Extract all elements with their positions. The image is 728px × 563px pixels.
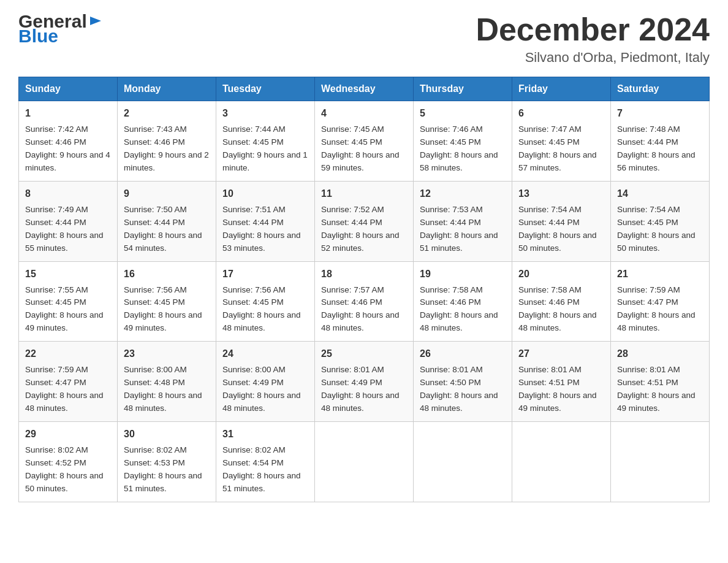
day-number: 7 [617, 106, 703, 121]
day-info: Sunrise: 7:58 AMSunset: 4:46 PMDaylight:… [518, 285, 597, 333]
day-number: 26 [420, 347, 506, 361]
day-info: Sunrise: 7:52 AMSunset: 4:44 PMDaylight:… [321, 205, 400, 253]
column-header-thursday: Thursday [414, 77, 512, 101]
day-info: Sunrise: 8:01 AMSunset: 4:51 PMDaylight:… [617, 365, 696, 413]
day-info: Sunrise: 7:48 AMSunset: 4:44 PMDaylight:… [617, 124, 696, 172]
day-info: Sunrise: 7:49 AMSunset: 4:44 PMDaylight:… [25, 205, 104, 253]
calendar-cell [414, 421, 512, 502]
page-title: December 2024 [476, 12, 710, 47]
day-info: Sunrise: 8:02 AMSunset: 4:53 PMDaylight:… [124, 445, 202, 493]
day-info: Sunrise: 7:44 AMSunset: 4:45 PMDaylight:… [222, 124, 308, 172]
title-area: December 2024 Silvano d'Orba, Piedmont, … [476, 12, 710, 66]
calendar-cell: 16Sunrise: 7:56 AMSunset: 4:45 PMDayligh… [118, 261, 216, 342]
day-info: Sunrise: 7:46 AMSunset: 4:45 PMDaylight:… [420, 124, 498, 172]
calendar-cell: 19Sunrise: 7:58 AMSunset: 4:46 PMDayligh… [414, 261, 512, 342]
day-info: Sunrise: 7:59 AMSunset: 4:47 PMDaylight:… [25, 365, 104, 413]
calendar-cell: 5Sunrise: 7:46 AMSunset: 4:45 PMDaylight… [414, 101, 512, 182]
day-number: 5 [420, 106, 506, 121]
day-info: Sunrise: 7:59 AMSunset: 4:47 PMDaylight:… [617, 285, 696, 333]
calendar-cell: 12Sunrise: 7:53 AMSunset: 4:44 PMDayligh… [414, 181, 512, 261]
calendar-cell: 17Sunrise: 7:56 AMSunset: 4:45 PMDayligh… [216, 261, 315, 342]
calendar-cell: 1Sunrise: 7:42 AMSunset: 4:46 PMDaylight… [19, 101, 118, 182]
day-number: 21 [617, 267, 703, 282]
day-info: Sunrise: 7:56 AMSunset: 4:45 PMDaylight:… [124, 285, 202, 333]
day-number: 31 [222, 427, 308, 442]
day-info: Sunrise: 8:00 AMSunset: 4:48 PMDaylight:… [124, 365, 202, 413]
page-subtitle: Silvano d'Orba, Piedmont, Italy [476, 50, 710, 66]
calendar-cell: 8Sunrise: 7:49 AMSunset: 4:44 PMDaylight… [19, 181, 118, 261]
day-info: Sunrise: 7:57 AMSunset: 4:46 PMDaylight:… [321, 285, 400, 333]
day-number: 19 [420, 267, 506, 282]
calendar-cell: 6Sunrise: 7:47 AMSunset: 4:45 PMDaylight… [512, 101, 611, 182]
column-header-saturday: Saturday [611, 77, 710, 101]
day-info: Sunrise: 7:54 AMSunset: 4:45 PMDaylight:… [617, 205, 696, 253]
calendar-cell: 10Sunrise: 7:51 AMSunset: 4:44 PMDayligh… [216, 181, 315, 261]
column-header-monday: Monday [118, 77, 216, 101]
calendar-cell: 13Sunrise: 7:54 AMSunset: 4:44 PMDayligh… [512, 181, 611, 261]
day-info: Sunrise: 7:50 AMSunset: 4:44 PMDaylight:… [124, 205, 202, 253]
day-info: Sunrise: 7:51 AMSunset: 4:44 PMDaylight:… [222, 205, 301, 253]
calendar-cell: 2Sunrise: 7:43 AMSunset: 4:46 PMDaylight… [118, 101, 216, 182]
calendar-cell: 15Sunrise: 7:55 AMSunset: 4:45 PMDayligh… [19, 261, 118, 342]
calendar-cell: 20Sunrise: 7:58 AMSunset: 4:46 PMDayligh… [512, 261, 611, 342]
calendar-week-row: 1Sunrise: 7:42 AMSunset: 4:46 PMDaylight… [19, 101, 710, 182]
calendar-cell: 24Sunrise: 8:00 AMSunset: 4:49 PMDayligh… [216, 342, 315, 422]
column-header-sunday: Sunday [19, 77, 118, 101]
day-number: 2 [124, 106, 210, 121]
calendar-cell: 27Sunrise: 8:01 AMSunset: 4:51 PMDayligh… [512, 342, 611, 422]
calendar-week-row: 29Sunrise: 8:02 AMSunset: 4:52 PMDayligh… [19, 421, 710, 502]
day-number: 29 [25, 427, 111, 442]
day-info: Sunrise: 8:00 AMSunset: 4:49 PMDaylight:… [222, 365, 301, 413]
day-number: 4 [321, 106, 407, 121]
day-number: 23 [124, 347, 210, 361]
calendar-cell: 28Sunrise: 8:01 AMSunset: 4:51 PMDayligh… [611, 342, 710, 422]
day-number: 12 [420, 186, 506, 201]
day-info: Sunrise: 7:53 AMSunset: 4:44 PMDaylight:… [420, 205, 498, 253]
calendar-cell: 29Sunrise: 8:02 AMSunset: 4:52 PMDayligh… [19, 421, 118, 502]
calendar-cell: 30Sunrise: 8:02 AMSunset: 4:53 PMDayligh… [118, 421, 216, 502]
calendar-cell: 14Sunrise: 7:54 AMSunset: 4:45 PMDayligh… [611, 181, 710, 261]
day-info: Sunrise: 7:55 AMSunset: 4:45 PMDaylight:… [25, 285, 104, 333]
logo-flag-icon [89, 14, 102, 29]
day-number: 22 [25, 347, 111, 361]
day-number: 6 [518, 106, 604, 121]
day-number: 24 [222, 347, 308, 361]
calendar-week-row: 22Sunrise: 7:59 AMSunset: 4:47 PMDayligh… [19, 342, 710, 422]
logo: General Blue [18, 12, 102, 45]
calendar-week-row: 8Sunrise: 7:49 AMSunset: 4:44 PMDaylight… [19, 181, 710, 261]
day-number: 13 [518, 186, 604, 201]
day-number: 9 [124, 186, 210, 201]
logo-blue-text: Blue [18, 27, 102, 45]
day-number: 10 [222, 186, 308, 201]
day-info: Sunrise: 7:45 AMSunset: 4:45 PMDaylight:… [321, 124, 400, 172]
day-info: Sunrise: 7:47 AMSunset: 4:45 PMDaylight:… [518, 124, 597, 172]
calendar-week-row: 15Sunrise: 7:55 AMSunset: 4:45 PMDayligh… [19, 261, 710, 342]
calendar-cell: 4Sunrise: 7:45 AMSunset: 4:45 PMDaylight… [315, 101, 414, 182]
calendar-cell: 7Sunrise: 7:48 AMSunset: 4:44 PMDaylight… [611, 101, 710, 182]
day-info: Sunrise: 7:54 AMSunset: 4:44 PMDaylight:… [518, 205, 597, 253]
day-info: Sunrise: 7:58 AMSunset: 4:46 PMDaylight:… [420, 285, 498, 333]
calendar-cell: 31Sunrise: 8:02 AMSunset: 4:54 PMDayligh… [216, 421, 315, 502]
day-number: 18 [321, 267, 407, 282]
day-info: Sunrise: 8:01 AMSunset: 4:51 PMDaylight:… [518, 365, 597, 413]
day-number: 27 [518, 347, 604, 361]
day-number: 15 [25, 267, 111, 282]
day-info: Sunrise: 8:02 AMSunset: 4:52 PMDaylight:… [25, 445, 104, 493]
day-number: 28 [617, 347, 703, 361]
calendar-cell: 9Sunrise: 7:50 AMSunset: 4:44 PMDaylight… [118, 181, 216, 261]
calendar-cell: 25Sunrise: 8:01 AMSunset: 4:49 PMDayligh… [315, 342, 414, 422]
day-number: 8 [25, 186, 111, 201]
day-number: 3 [222, 106, 308, 121]
day-info: Sunrise: 7:42 AMSunset: 4:46 PMDaylight:… [25, 124, 110, 172]
day-info: Sunrise: 8:02 AMSunset: 4:54 PMDaylight:… [222, 445, 301, 493]
calendar-cell: 21Sunrise: 7:59 AMSunset: 4:47 PMDayligh… [611, 261, 710, 342]
calendar-table: SundayMondayTuesdayWednesdayThursdayFrid… [18, 77, 710, 502]
calendar-cell: 11Sunrise: 7:52 AMSunset: 4:44 PMDayligh… [315, 181, 414, 261]
column-header-friday: Friday [512, 77, 611, 101]
svg-marker-0 [90, 17, 101, 25]
page-header: General Blue December 2024 Silvano d'Orb… [18, 12, 710, 66]
day-number: 14 [617, 186, 703, 201]
day-info: Sunrise: 7:43 AMSunset: 4:46 PMDaylight:… [124, 124, 209, 172]
calendar-cell: 22Sunrise: 7:59 AMSunset: 4:47 PMDayligh… [19, 342, 118, 422]
calendar-cell: 26Sunrise: 8:01 AMSunset: 4:50 PMDayligh… [414, 342, 512, 422]
